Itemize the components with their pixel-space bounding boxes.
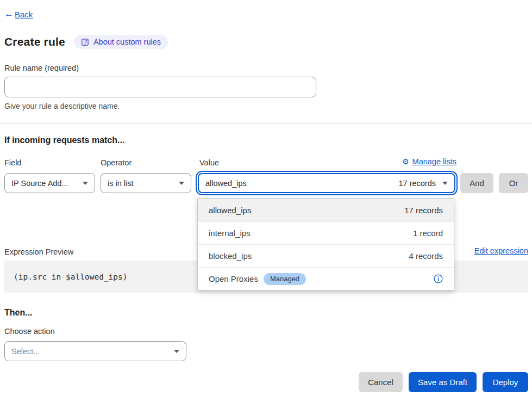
manage-lists-label: Manage lists [412, 157, 456, 166]
value-select-value: allowed_ips [205, 179, 247, 188]
info-icon[interactable] [434, 274, 443, 283]
about-custom-rules-label: About custom rules [93, 38, 161, 46]
field-select-value: IP Source Add... [11, 179, 68, 188]
list-item-blocked-ips[interactable]: blocked_ips 4 records [198, 244, 454, 267]
field-label: Field [4, 158, 21, 167]
operator-select-value: is in list [108, 179, 134, 188]
chevron-down-icon [442, 182, 448, 185]
action-select-placeholder: Select... [11, 347, 40, 356]
deploy-button[interactable]: Deploy [483, 372, 528, 392]
value-select[interactable]: allowed_ips 17 records [198, 173, 455, 193]
cancel-button[interactable]: Cancel [359, 372, 403, 392]
expression-preview-label: Expression Preview [4, 248, 73, 256]
back-link-label: Back [15, 10, 33, 19]
list-item-open-proxies[interactable]: Open Proxies Managed [198, 267, 454, 290]
rule-name-helper: Give your rule a descriptive name. [4, 102, 120, 110]
then-heading: Then... [4, 308, 33, 318]
list-item-internal-ips[interactable]: internal_ips 1 record [198, 221, 454, 244]
list-name: allowed_ips [209, 206, 251, 215]
operator-select[interactable]: is in list [101, 173, 191, 193]
list-name: blocked_ips [209, 251, 252, 261]
match-heading: If incoming requests match... [4, 135, 124, 145]
save-as-draft-button[interactable]: Save as Draft [409, 372, 477, 392]
list-name: Open Proxies [209, 274, 258, 283]
chevron-down-icon [174, 350, 179, 353]
list-records: 1 record [413, 228, 443, 238]
expression-code: (ip.src in $allowed_ips) [14, 273, 128, 281]
list-records: 4 records [409, 251, 443, 261]
rule-name-label: Rule name (required) [4, 64, 79, 72]
operator-label: Operator [101, 158, 132, 167]
back-arrow-icon: ← [4, 9, 14, 20]
book-icon [81, 38, 89, 46]
choose-action-label: Choose action [4, 327, 55, 336]
title-row: Create rule About custom rules [4, 35, 168, 49]
about-custom-rules-link[interactable]: About custom rules [74, 35, 168, 49]
managed-badge: Managed [264, 273, 306, 285]
gear-icon: ⚙ [402, 157, 409, 166]
list-item-allowed-ips[interactable]: allowed_ips 17 records [198, 199, 454, 221]
and-button[interactable]: And [460, 173, 493, 193]
list-records: 17 records [404, 206, 443, 215]
rule-name-input[interactable] [4, 77, 316, 97]
action-select[interactable]: Select... [4, 341, 186, 361]
back-link[interactable]: ← Back [4, 9, 33, 20]
section-divider [0, 123, 532, 124]
value-select-records: 17 records [398, 179, 436, 188]
page-title: Create rule [4, 35, 65, 48]
value-dropdown-panel: allowed_ips 17 records internal_ips 1 re… [197, 198, 454, 290]
edit-expression-link[interactable]: Edit expression [474, 246, 528, 255]
list-name: internal_ips [209, 228, 251, 238]
field-select[interactable]: IP Source Add... [4, 173, 95, 193]
value-label: Value [199, 158, 219, 167]
manage-lists-link[interactable]: ⚙ Manage lists [402, 157, 456, 166]
chevron-down-icon [179, 182, 184, 185]
or-button[interactable]: Or [499, 173, 528, 193]
create-rule-page: ← Back Create rule About custom rules Ru… [0, 0, 532, 402]
chevron-down-icon [83, 182, 88, 185]
